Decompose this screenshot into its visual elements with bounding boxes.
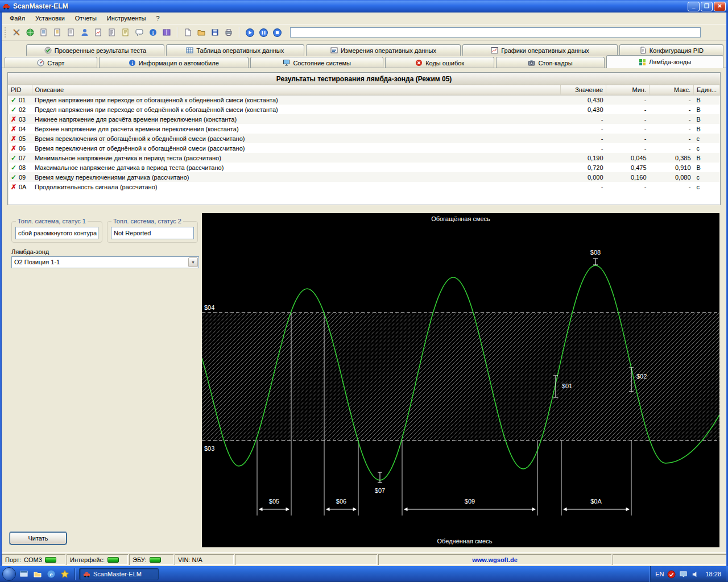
table-row[interactable]: ✓09 Время между переключениями датчика (… <box>8 172 720 182</box>
tab-measurements[interactable]: Измерения оперативных данных <box>306 44 461 56</box>
toolbar-grip[interactable] <box>5 27 6 38</box>
tab-pid-config[interactable]: Конфигурация PID <box>619 44 723 56</box>
tab-verified-results[interactable]: Проверенные результаты теста <box>26 44 164 56</box>
column-header-min[interactable]: Мин. <box>606 85 650 95</box>
help-book-button[interactable] <box>160 26 173 39</box>
chat-bubble-button[interactable] <box>133 26 146 39</box>
table-row[interactable]: ✗05 Время переключения от обогащённой к … <box>8 134 720 143</box>
tab-freeze-frames[interactable]: Стоп-кадры <box>496 57 605 68</box>
chart-page-button[interactable] <box>92 26 105 39</box>
tab-start[interactable]: Старт <box>5 57 97 68</box>
description-cell: Продолжительность сигнала (рассчитано) <box>32 182 561 192</box>
table-row[interactable]: ✗0A Продолжительность сигнала (рассчитан… <box>8 182 720 192</box>
show-desktop-button[interactable] <box>18 568 30 580</box>
print-button[interactable] <box>222 26 235 39</box>
explorer-button[interactable] <box>32 568 43 580</box>
report-page-button[interactable] <box>51 26 64 39</box>
column-header-desc[interactable]: Описание <box>32 85 561 95</box>
tab-vehicle-info[interactable]: iИнформация о автомобиле <box>99 57 249 68</box>
notes-page-button[interactable] <box>119 26 132 39</box>
pid-label: 03 <box>19 116 26 123</box>
annotation-09: $09 <box>465 498 475 505</box>
new-file-button[interactable] <box>181 26 194 39</box>
menu-file[interactable]: Файл <box>5 13 30 23</box>
save-button[interactable] <box>209 26 221 39</box>
app-icon[interactable] <box>2 2 10 10</box>
max-cell: 0,910 <box>650 163 694 172</box>
tab-label: Проверенные результаты теста <box>55 47 146 54</box>
value-cell: 0,720 <box>561 163 606 172</box>
error-codes-icon <box>415 59 423 66</box>
table-row[interactable]: ✓08 Максимальное напряжение датчика в пе… <box>8 163 720 172</box>
lambda-sensor-select[interactable]: O2 Позиция 1-1 ▼ <box>11 256 199 268</box>
pause-button[interactable] <box>257 26 270 39</box>
status-icon: ✓ <box>11 154 19 162</box>
lambda-waveform-panel: Обогащённая смесь Обеднённая смесь $04 $… <box>202 213 719 547</box>
log-page-button[interactable] <box>38 26 50 39</box>
data-page-button[interactable] <box>65 26 77 39</box>
tools-wrench-button[interactable] <box>10 26 23 39</box>
language-indicator[interactable]: EN <box>655 571 664 577</box>
table-header-row: PID Описание Значение Мин. Макс. Един... <box>8 85 720 95</box>
maximize-button[interactable]: ❐ <box>701 2 713 11</box>
antivirus-tray-icon[interactable] <box>667 570 676 579</box>
table-row[interactable]: ✓01 Предел напряжения при переходе от об… <box>8 95 720 105</box>
column-header-unit[interactable]: Един... <box>694 85 720 95</box>
text-page-button[interactable] <box>106 26 118 39</box>
taskbar-app-button[interactable]: ScanMaster-ELM <box>79 568 159 580</box>
status-bar: Порт: COM3 Интерфейс: ЭБУ: VIN: N/A www.… <box>0 552 728 566</box>
tab-label: Измерения оперативных данных <box>341 47 436 54</box>
chat-bubble-icon <box>135 28 144 37</box>
svg-text:e: e <box>50 571 53 577</box>
menu-help[interactable]: ? <box>151 13 164 23</box>
menu-reports[interactable]: Отчеты <box>70 13 102 23</box>
column-header-value[interactable]: Значение <box>561 85 606 95</box>
tab-label: Информация о автомобиле <box>139 60 219 66</box>
minimize-button[interactable]: _ <box>688 2 700 11</box>
connect-globe-button[interactable] <box>24 26 36 39</box>
read-button[interactable]: Читать <box>10 532 67 544</box>
website-link[interactable]: www.wgsoft.de <box>472 556 518 563</box>
chevron-down-icon[interactable]: ▼ <box>188 257 198 267</box>
table-row[interactable]: ✗04 Верхнее напряжение для расчёта време… <box>8 124 720 134</box>
table-row[interactable]: ✓07 Минимальное напряжение датчика в пер… <box>8 153 720 163</box>
verified-results-icon <box>44 47 52 54</box>
lambda-sensor-label: Лямбда-зонд <box>11 248 49 255</box>
notes-page-icon <box>121 28 130 37</box>
browser-button[interactable]: e <box>46 568 57 580</box>
favorites-button[interactable] <box>59 568 71 580</box>
close-button[interactable]: ✕ <box>714 2 726 11</box>
play-button[interactable] <box>243 26 256 39</box>
min-cell: - <box>606 124 650 134</box>
tab-graphs[interactable]: Графики оперативных данных <box>462 44 618 56</box>
column-header-pid[interactable]: PID <box>8 85 32 95</box>
tab-lambda-sensors[interactable]: Лямбда-зонды <box>606 55 723 68</box>
stop-button[interactable] <box>271 26 283 39</box>
tab-data-table[interactable]: Таблица оперативных данных <box>166 44 304 56</box>
open-folder-button[interactable] <box>195 26 208 39</box>
display-tray-icon[interactable] <box>679 570 688 579</box>
volume-tray-icon[interactable] <box>691 570 700 579</box>
save-icon <box>210 28 220 37</box>
menu-tools[interactable]: Инструменты <box>102 13 151 23</box>
description-cell: Время переключения от обогащённой к обед… <box>32 134 561 143</box>
taskbar-clock[interactable]: 18:28 <box>705 571 721 577</box>
table-row[interactable]: ✓02 Предел напряжения при переходе от об… <box>8 105 720 114</box>
column-header-max[interactable]: Макс. <box>650 85 694 95</box>
user-button[interactable] <box>78 26 91 39</box>
data-table-icon <box>186 47 193 54</box>
menu-settings[interactable]: Установки <box>30 13 70 23</box>
table-row[interactable]: ✗06 Время переключения от обеднённой к о… <box>8 143 720 153</box>
description-cell: Минимальное напряжение датчика в период … <box>32 153 561 163</box>
info-button[interactable]: i <box>147 26 159 39</box>
tab-error-codes[interactable]: Коды ошибок <box>385 57 494 68</box>
table-row[interactable]: ✗03 Нижнее напряжение для расчёта времен… <box>8 114 720 124</box>
min-cell: - <box>606 114 650 124</box>
pid-label: 04 <box>19 126 26 132</box>
tab-system-status[interactable]: Состояние системы <box>250 57 384 68</box>
ecu-status-segment: ЭБУ: <box>129 554 173 565</box>
description-cell: Верхнее напряжение для расчёта времени п… <box>32 124 561 134</box>
start-button[interactable] <box>2 567 16 581</box>
unit-cell: с <box>694 182 720 192</box>
toolbar-command-input[interactable] <box>290 27 701 38</box>
